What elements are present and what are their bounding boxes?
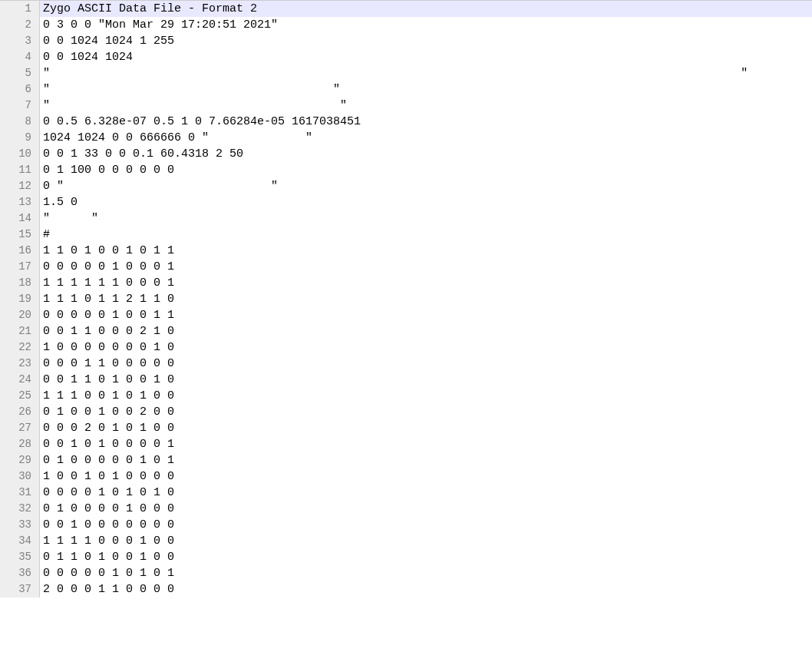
line-number: 36 <box>0 565 40 581</box>
line-number: 17 <box>0 259 40 275</box>
line-content[interactable]: # <box>40 227 812 243</box>
line-content[interactable]: 0 0 1 1 0 0 0 2 1 0 <box>40 323 812 339</box>
line-content[interactable]: 1 0 0 0 0 0 0 0 1 0 <box>40 339 812 356</box>
editor-line[interactable]: 240 0 1 1 0 1 0 0 1 0 <box>0 372 812 388</box>
editor-line[interactable]: 80 0.5 6.328e-07 0.5 1 0 7.66284e-05 161… <box>0 114 812 130</box>
line-content[interactable]: 0 0.5 6.328e-07 0.5 1 0 7.66284e-05 1617… <box>40 114 812 130</box>
line-content[interactable]: Zygo ASCII Data File - Format 2 <box>40 1 812 17</box>
line-content[interactable]: 1 1 1 0 1 1 2 1 1 0 <box>40 291 812 307</box>
editor-line[interactable]: 260 1 0 0 1 0 0 2 0 0 <box>0 404 812 420</box>
line-number: 25 <box>0 388 40 404</box>
line-number: 31 <box>0 485 40 501</box>
line-number: 30 <box>0 468 40 485</box>
line-number: 10 <box>0 146 40 162</box>
line-number: 21 <box>0 323 40 339</box>
line-content[interactable]: " " <box>40 98 812 114</box>
editor-line[interactable]: 6" " <box>0 81 812 98</box>
editor-line[interactable]: 320 1 0 0 0 0 1 0 0 0 <box>0 501 812 517</box>
editor-line[interactable]: 360 0 0 0 0 1 0 1 0 1 <box>0 565 812 581</box>
line-content[interactable]: 1 1 1 1 0 0 0 1 0 0 <box>40 533 812 549</box>
line-content[interactable]: 0 1 1 0 1 0 0 1 0 0 <box>40 549 812 565</box>
line-number: 32 <box>0 501 40 517</box>
line-content[interactable]: 0 " " <box>40 178 812 194</box>
line-number: 28 <box>0 436 40 452</box>
line-number: 11 <box>0 162 40 178</box>
line-number: 19 <box>0 291 40 307</box>
editor-line[interactable]: 301 0 0 1 0 1 0 0 0 0 <box>0 468 812 485</box>
line-content[interactable]: 0 0 0 0 0 1 0 0 1 1 <box>40 307 812 323</box>
editor-line[interactable]: 5" " <box>0 65 812 81</box>
line-number: 1 <box>0 1 40 17</box>
code-editor[interactable]: 1Zygo ASCII Data File - Format 220 3 0 0… <box>0 0 812 597</box>
line-content[interactable]: 0 0 0 0 0 1 0 1 0 1 <box>40 565 812 581</box>
line-number: 22 <box>0 339 40 356</box>
line-content[interactable]: " " <box>40 81 812 98</box>
line-number: 34 <box>0 533 40 549</box>
editor-line[interactable]: 230 0 0 1 1 0 0 0 0 0 <box>0 356 812 372</box>
line-number: 15 <box>0 227 40 243</box>
line-content[interactable]: 1.5 0 <box>40 194 812 210</box>
line-content[interactable]: 1 0 0 1 0 1 0 0 0 0 <box>40 468 812 485</box>
line-content[interactable]: 0 0 1 0 0 0 0 0 0 0 <box>40 517 812 533</box>
editor-line[interactable]: 7" " <box>0 98 812 114</box>
editor-line[interactable]: 210 0 1 1 0 0 0 2 1 0 <box>0 323 812 339</box>
editor-line[interactable]: 280 0 1 0 1 0 0 0 0 1 <box>0 436 812 452</box>
editor-line[interactable]: 20 3 0 0 "Mon Mar 29 17:20:51 2021" <box>0 17 812 33</box>
line-number: 20 <box>0 307 40 323</box>
editor-line[interactable]: 181 1 1 1 1 1 0 0 0 1 <box>0 275 812 291</box>
editor-line[interactable]: 1Zygo ASCII Data File - Format 2 <box>0 1 812 17</box>
line-content[interactable]: 0 0 0 1 1 0 0 0 0 0 <box>40 356 812 372</box>
line-number: 23 <box>0 356 40 372</box>
line-content[interactable]: 0 0 1 0 1 0 0 0 0 1 <box>40 436 812 452</box>
editor-line[interactable]: 270 0 0 2 0 1 0 1 0 0 <box>0 420 812 436</box>
editor-line[interactable]: 110 1 100 0 0 0 0 0 0 <box>0 162 812 178</box>
line-number: 3 <box>0 33 40 49</box>
editor-line[interactable]: 290 1 0 0 0 0 0 1 0 1 <box>0 452 812 468</box>
line-content[interactable]: 0 1 100 0 0 0 0 0 0 <box>40 162 812 178</box>
line-content[interactable]: 1024 1024 0 0 666666 0 " " <box>40 130 812 146</box>
editor-line[interactable]: 161 1 0 1 0 0 1 0 1 1 <box>0 243 812 259</box>
line-number: 8 <box>0 114 40 130</box>
editor-line[interactable]: 310 0 0 0 1 0 1 0 1 0 <box>0 485 812 501</box>
editor-line[interactable]: 91024 1024 0 0 666666 0 " " <box>0 130 812 146</box>
line-number: 5 <box>0 65 40 81</box>
editor-line[interactable]: 30 0 1024 1024 1 255 <box>0 33 812 49</box>
editor-line[interactable]: 191 1 1 0 1 1 2 1 1 0 <box>0 291 812 307</box>
line-content[interactable]: 0 0 1 1 0 1 0 0 1 0 <box>40 372 812 388</box>
line-number: 16 <box>0 243 40 259</box>
editor-line[interactable]: 372 0 0 0 1 1 0 0 0 0 <box>0 581 812 597</box>
line-content[interactable]: " " <box>40 65 812 81</box>
line-content[interactable]: 1 1 1 1 1 1 0 0 0 1 <box>40 275 812 291</box>
line-content[interactable]: 1 1 1 0 0 1 0 1 0 0 <box>40 388 812 404</box>
editor-line[interactable]: 221 0 0 0 0 0 0 0 1 0 <box>0 339 812 356</box>
editor-line[interactable]: 330 0 1 0 0 0 0 0 0 0 <box>0 517 812 533</box>
editor-line[interactable]: 120 " " <box>0 178 812 194</box>
editor-line[interactable]: 200 0 0 0 0 1 0 0 1 1 <box>0 307 812 323</box>
editor-line[interactable]: 15# <box>0 227 812 243</box>
line-content[interactable]: 0 0 1024 1024 <box>40 49 812 65</box>
line-content[interactable]: 0 1 0 0 0 0 0 1 0 1 <box>40 452 812 468</box>
line-number: 37 <box>0 581 40 597</box>
editor-line[interactable]: 170 0 0 0 0 1 0 0 0 1 <box>0 259 812 275</box>
editor-line[interactable]: 40 0 1024 1024 <box>0 49 812 65</box>
editor-line[interactable]: 341 1 1 1 0 0 0 1 0 0 <box>0 533 812 549</box>
line-content[interactable]: 0 0 1 33 0 0 0.1 60.4318 2 50 <box>40 146 812 162</box>
line-content[interactable]: 0 3 0 0 "Mon Mar 29 17:20:51 2021" <box>40 17 812 33</box>
editor-line[interactable]: 14" " <box>0 210 812 227</box>
editor-line[interactable]: 251 1 1 0 0 1 0 1 0 0 <box>0 388 812 404</box>
line-content[interactable]: 0 0 1024 1024 1 255 <box>40 33 812 49</box>
line-content[interactable]: 0 0 0 0 1 0 1 0 1 0 <box>40 485 812 501</box>
line-content[interactable]: 0 1 0 0 0 0 1 0 0 0 <box>40 501 812 517</box>
editor-line[interactable]: 350 1 1 0 1 0 0 1 0 0 <box>0 549 812 565</box>
line-content[interactable]: 0 1 0 0 1 0 0 2 0 0 <box>40 404 812 420</box>
line-content[interactable]: 1 1 0 1 0 0 1 0 1 1 <box>40 243 812 259</box>
line-number: 18 <box>0 275 40 291</box>
editor-line[interactable]: 131.5 0 <box>0 194 812 210</box>
line-content[interactable]: 0 0 0 2 0 1 0 1 0 0 <box>40 420 812 436</box>
line-content[interactable]: 0 0 0 0 0 1 0 0 0 1 <box>40 259 812 275</box>
editor-line[interactable]: 100 0 1 33 0 0 0.1 60.4318 2 50 <box>0 146 812 162</box>
line-content[interactable]: 2 0 0 0 1 1 0 0 0 0 <box>40 581 812 597</box>
line-number: 9 <box>0 130 40 146</box>
line-content[interactable]: " " <box>40 210 812 227</box>
line-number: 33 <box>0 517 40 533</box>
